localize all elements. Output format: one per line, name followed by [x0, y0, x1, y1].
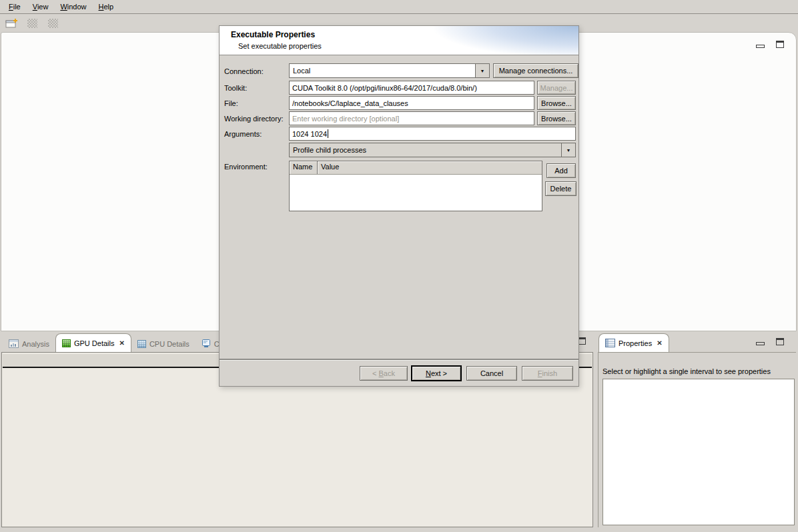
delete-environment-label: Delete: [550, 185, 572, 193]
arguments-input[interactable]: 1024 1024: [289, 127, 576, 141]
manage-toolkit-label: Manage...: [540, 84, 573, 92]
application-window: File View Window Help: [0, 0, 798, 532]
profile-children-select[interactable]: Profile child processes ▼: [289, 143, 576, 157]
properties-message: Select or highlight a single interval to…: [603, 367, 771, 375]
dialog-separator: [220, 359, 578, 360]
properties-icon: [605, 339, 615, 347]
dialog-banner: Executable Properties Set executable pro…: [220, 26, 578, 55]
close-tab-icon[interactable]: ✕: [119, 339, 125, 347]
toolkit-value: CUDA Toolkit 8.0 (/opt/pgi/linux86-64/20…: [292, 84, 477, 92]
tab-cpu-details[interactable]: CPU Details: [131, 335, 195, 352]
environment-table[interactable]: Name Value: [289, 161, 542, 211]
tab-cpu-details-label: CPU Details: [149, 340, 189, 348]
maximize-properties-icon[interactable]: [776, 338, 784, 345]
properties-tabbar: Properties ✕: [598, 332, 669, 352]
details-tabbar: Analysis GPU Details ✕ CPU Details Conso…: [3, 332, 247, 352]
working-directory-input[interactable]: Enter working directory [optional]: [289, 111, 534, 125]
menu-bar: File View Window Help: [0, 0, 798, 14]
minimize-properties-icon[interactable]: [756, 342, 765, 345]
save-as-button-disabled: [45, 17, 60, 30]
text-caret: [328, 129, 328, 138]
executable-properties-dialog: Executable Properties Set executable pro…: [219, 25, 579, 387]
properties-view: Select or highlight a single interval to…: [598, 352, 796, 527]
cancel-button[interactable]: Cancel: [466, 366, 517, 381]
back-button: < Back: [360, 366, 408, 381]
console-icon: [202, 339, 211, 348]
add-environment-button[interactable]: Add: [546, 163, 576, 178]
tab-gpu-details-label: GPU Details: [74, 339, 115, 347]
environment-value-column[interactable]: Value: [318, 161, 542, 174]
connection-value: Local: [293, 67, 310, 75]
profile-children-value: Profile child processes: [293, 146, 366, 154]
file-label: File:: [224, 99, 238, 107]
arguments-label: Arguments:: [224, 130, 262, 138]
connection-label: Connection:: [224, 67, 264, 75]
next-label: Next >: [426, 369, 447, 377]
browse-file-label: Browse...: [541, 99, 572, 107]
tab-properties[interactable]: Properties ✕: [598, 333, 669, 352]
chevron-down-icon[interactable]: ▼: [561, 143, 575, 157]
save-icon-disabled: [27, 19, 37, 28]
cpu-details-icon: [137, 340, 146, 348]
gpu-details-icon: [62, 339, 71, 347]
cancel-label: Cancel: [480, 369, 503, 377]
finish-button: Finish: [522, 366, 573, 381]
file-input[interactable]: /notebooks/C/laplace_data_clauses: [289, 96, 534, 110]
environment-name-column[interactable]: Name: [290, 161, 318, 174]
tab-analysis-label: Analysis: [22, 340, 49, 348]
working-directory-label: Working directory:: [224, 115, 283, 123]
new-session-icon: [5, 18, 18, 29]
tab-analysis[interactable]: Analysis: [3, 335, 55, 352]
dialog-subtitle: Set executable properties: [238, 42, 322, 50]
save-as-icon-disabled: [48, 19, 58, 28]
back-label: < Back: [372, 369, 395, 377]
delete-environment-button[interactable]: Delete: [545, 181, 576, 196]
maximize-view-icon[interactable]: [776, 41, 784, 48]
environment-label: Environment:: [224, 163, 268, 171]
tab-properties-label: Properties: [619, 339, 652, 347]
properties-panel: Properties ✕ Select or highlight a singl…: [598, 332, 796, 528]
manage-connections-label: Manage connections...: [499, 67, 573, 75]
browse-file-button[interactable]: Browse...: [537, 96, 576, 110]
minimize-view-icon[interactable]: [756, 45, 765, 48]
menu-window[interactable]: Window: [54, 1, 92, 13]
toolkit-input[interactable]: CUDA Toolkit 8.0 (/opt/pgi/linux86-64/20…: [289, 81, 534, 95]
new-session-button[interactable]: [4, 17, 19, 30]
menu-file[interactable]: File: [3, 1, 27, 13]
file-value: /notebooks/C/laplace_data_clauses: [292, 99, 408, 107]
close-tab-icon[interactable]: ✕: [657, 339, 662, 347]
finish-label: Finish: [538, 369, 557, 377]
working-directory-placeholder: Enter working directory [optional]: [292, 115, 399, 123]
dialog-title: Executable Properties: [231, 30, 315, 39]
environment-table-header: Name Value: [290, 161, 542, 175]
menu-help[interactable]: Help: [93, 1, 120, 13]
tab-gpu-details[interactable]: GPU Details ✕: [55, 333, 131, 352]
add-environment-label: Add: [554, 167, 568, 175]
analysis-icon: [9, 339, 19, 348]
banner-gradient: [405, 26, 578, 55]
browse-working-directory-button[interactable]: Browse...: [537, 111, 576, 125]
manage-connections-button[interactable]: Manage connections...: [493, 63, 578, 78]
save-session-button-disabled: [25, 17, 39, 30]
connection-select[interactable]: Local ▼: [289, 63, 490, 78]
toolkit-label: Toolkit:: [224, 84, 247, 92]
browse-working-directory-label: Browse...: [541, 115, 572, 123]
arguments-value: 1024 1024: [292, 130, 327, 138]
chevron-down-icon[interactable]: ▼: [475, 64, 489, 77]
next-button[interactable]: Next >: [411, 365, 462, 381]
manage-toolkit-button: Manage...: [537, 81, 576, 95]
properties-empty-box: [603, 379, 795, 525]
menu-view[interactable]: View: [27, 1, 55, 13]
